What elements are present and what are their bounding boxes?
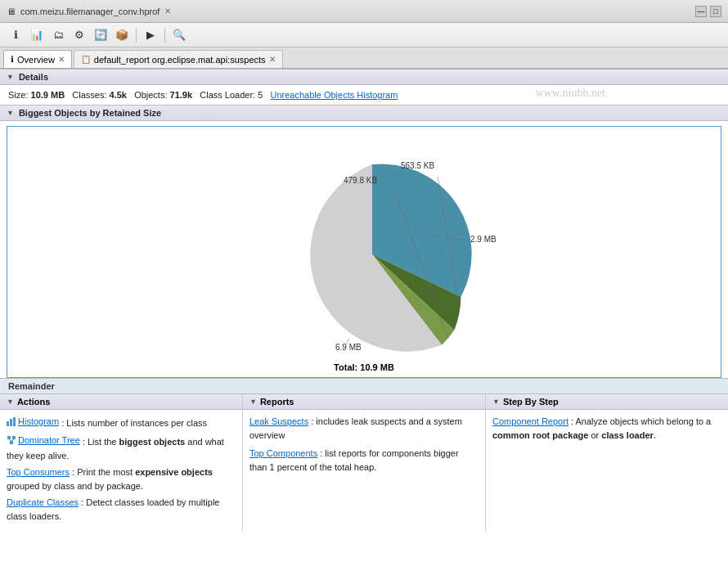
action-item-dominator: Dominator Tree : List the biggest object…: [7, 434, 236, 462]
histogram-link[interactable]: Histogram: [18, 415, 59, 429]
svg-rect-3: [7, 436, 11, 439]
watermark: www.niubb.net: [536, 87, 605, 100]
details-content: www.niubb.net Size: 10.9 MB Classes: 4.5…: [0, 85, 728, 105]
svg-rect-0: [7, 421, 9, 426]
tab-default-report[interactable]: 📋 default_report org.eclipse.mat.api:sus…: [74, 50, 283, 68]
classloader-value: 5: [258, 90, 263, 100]
chart-total: Total: 10.9 MB: [12, 362, 716, 372]
objects-value: 71.9k: [170, 90, 193, 100]
svg-rect-2: [13, 417, 16, 426]
pie-chart-svg: 2.9 MB 563.5 KB 479.8 KB 6.9 MB: [217, 136, 511, 357]
folder-button[interactable]: 🗂: [49, 26, 67, 44]
tab-overview-close[interactable]: ✕: [58, 55, 65, 64]
size-label: Size:: [8, 90, 28, 100]
run-button[interactable]: ▶: [142, 26, 160, 44]
app-icon: 🖥: [7, 7, 16, 16]
chart-button[interactable]: 📊: [28, 26, 46, 44]
settings-button[interactable]: ⚙: [70, 26, 88, 44]
histogram-text: : Lists number of instances per class: [61, 418, 207, 428]
component-report-link[interactable]: Component Report: [492, 416, 568, 426]
step-by-step-content: Component Report : Analyze objects which…: [486, 410, 728, 447]
duplicate-classes-link[interactable]: Duplicate Classes: [7, 497, 79, 507]
bottom-panels: ▼ Actions Histogram : Lists number of in…: [0, 393, 728, 531]
svg-rect-1: [10, 419, 12, 426]
window-controls: — □: [695, 6, 721, 17]
main-content: ▼ Details www.niubb.net Size: 10.9 MB Cl…: [0, 69, 728, 571]
toolbar-separator-2: [164, 28, 165, 43]
title-bar: 🖥 com.meizu.filemanager_conv.hprof ✕ — □: [0, 0, 728, 23]
tab-report-icon: 📋: [81, 55, 91, 64]
window-title: com.meizu.filemanager_conv.hprof: [20, 7, 160, 16]
top-components-link[interactable]: Top Components: [249, 448, 317, 458]
search-button[interactable]: 🔍: [170, 26, 188, 44]
unreachable-objects-link[interactable]: Unreachable Objects Histogram: [270, 90, 398, 100]
tab-report-close[interactable]: ✕: [269, 55, 276, 64]
remainder-bar: Remainder: [0, 378, 728, 393]
tab-overview-label: Overview: [17, 55, 55, 65]
chart-section-header: ▼ Biggest Objects by Retained Size: [0, 105, 728, 121]
details-title: Details: [19, 72, 48, 82]
action-item-topconsumers: Top Consumers : Print the most expensive…: [7, 465, 236, 492]
top-consumers-link[interactable]: Top Consumers: [7, 467, 70, 477]
title-bar-left: 🖥 com.meizu.filemanager_conv.hprof ✕: [7, 7, 171, 16]
chart-title: Biggest Objects by Retained Size: [19, 108, 161, 118]
step-arrow[interactable]: ▼: [492, 398, 500, 406]
svg-line-6: [9, 439, 11, 441]
reports-header: ▼ Reports: [243, 394, 485, 410]
minimize-button[interactable]: —: [695, 6, 707, 17]
actions-header: ▼ Actions: [0, 394, 242, 410]
reports-panel: ▼ Reports Leak Suspects : includes leak …: [243, 394, 486, 531]
actions-arrow[interactable]: ▼: [7, 398, 14, 406]
dominator-link[interactable]: Dominator Tree: [18, 434, 80, 447]
info-button[interactable]: ℹ: [7, 26, 25, 44]
step-item-component-report: Component Report : Analyze objects which…: [492, 415, 721, 442]
report-item-leak: Leak Suspects : includes leak suspects a…: [249, 415, 479, 442]
step-by-step-panel: ▼ Step By Step Component Report : Analyz…: [486, 394, 728, 531]
actions-panel: ▼ Actions Histogram : Lists number of in…: [0, 394, 243, 531]
actions-content: Histogram : Lists number of instances pe…: [0, 410, 242, 531]
objects-label: Objects:: [134, 90, 167, 100]
tab-bar: ℹ Overview ✕ 📋 default_report org.eclips…: [0, 47, 728, 69]
package-button[interactable]: 📦: [113, 26, 131, 44]
tab-overview-icon: ℹ: [11, 55, 14, 64]
dominator-icon: [7, 435, 16, 445]
tab-overview[interactable]: ℹ Overview ✕: [3, 50, 72, 68]
svg-line-7: [11, 439, 14, 441]
label-6-9mb: 6.9 MB: [335, 343, 362, 352]
svg-rect-5: [10, 441, 13, 444]
action-item-histogram: Histogram : Lists number of instances pe…: [7, 415, 236, 430]
action-item-duplicate: Duplicate Classes : Detect classes loade…: [7, 496, 236, 523]
tab-report-label: default_report org.eclipse.mat.api:suspe…: [94, 55, 266, 65]
toolbar: ℹ 📊 🗂 ⚙ 🔄 📦 ▶ 🔍: [0, 23, 728, 47]
classes-value: 4.5k: [110, 90, 127, 100]
refresh-button[interactable]: 🔄: [92, 26, 110, 44]
leak-suspects-link[interactable]: Leak Suspects: [249, 416, 308, 426]
actions-title: Actions: [17, 397, 50, 407]
chart-area: 2.9 MB 563.5 KB 479.8 KB 6.9 MB Total: 1…: [7, 126, 721, 378]
reports-arrow[interactable]: ▼: [249, 398, 257, 406]
classloader-label: Class Loader:: [200, 90, 255, 100]
toolbar-separator: [136, 28, 137, 43]
label-563kb: 563.5 KB: [401, 161, 434, 170]
label-2-9mb: 2.9 MB: [470, 235, 497, 244]
histogram-icon: [7, 416, 16, 426]
label-479kb: 479.8 KB: [344, 176, 377, 185]
maximize-button[interactable]: □: [710, 6, 721, 17]
step-title: Step By Step: [503, 397, 559, 407]
step-by-step-header: ▼ Step By Step: [486, 394, 728, 410]
remainder-label: Remainder: [8, 381, 55, 391]
reports-content: Leak Suspects : includes leak suspects a…: [243, 410, 485, 482]
svg-rect-4: [12, 436, 16, 439]
pie-chart-wrapper: 2.9 MB 563.5 KB 479.8 KB 6.9 MB: [217, 132, 511, 361]
window-close-icon[interactable]: ✕: [164, 7, 171, 16]
details-section-header: ▼ Details: [0, 69, 728, 85]
chart-arrow[interactable]: ▼: [7, 109, 14, 117]
details-arrow[interactable]: ▼: [7, 73, 14, 81]
reports-title: Reports: [260, 397, 294, 407]
report-item-top-components: Top Components : list reports for compon…: [249, 447, 479, 474]
classes-label: Classes:: [72, 90, 106, 100]
size-value: 10.9 MB: [31, 90, 65, 100]
